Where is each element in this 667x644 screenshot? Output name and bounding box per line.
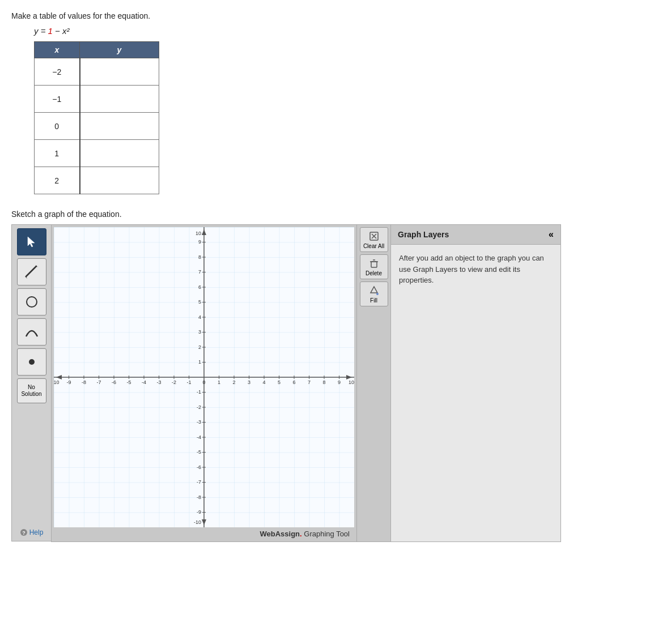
svg-text:-4: -4 [197, 434, 201, 440]
svg-text:10: 10 [349, 379, 354, 385]
y-input-1[interactable] [80, 86, 159, 112]
svg-text:4: 4 [262, 379, 265, 385]
x-value-0: −2 [35, 58, 80, 86]
table-row: −2 [35, 58, 159, 86]
instruction2: Sketch a graph of the equation. [11, 210, 656, 219]
x-value-3: 1 [35, 140, 80, 167]
dot-tool[interactable] [17, 348, 46, 376]
table-row: −1 [35, 86, 159, 113]
clear-all-label: Clear All [363, 243, 384, 249]
graph-grid-svg: 0 -1 -2 -3 -4 -5 -6 -7 -8 -9 -10 [54, 227, 354, 527]
y-input-cell-4[interactable] [80, 167, 159, 194]
graph-row: 0 -1 -2 -3 -4 -5 -6 -7 -8 -9 -10 [51, 224, 561, 542]
y-input-4[interactable] [80, 167, 159, 194]
svg-text:-2: -2 [172, 379, 176, 385]
fill-button[interactable]: Fill [360, 282, 388, 306]
svg-text:9: 9 [338, 379, 341, 385]
values-table: x y −2−1012 [34, 41, 159, 194]
equation-constant: 1 [48, 26, 53, 36]
tool-panel: NoSolution ? Help [11, 224, 51, 541]
svg-text:7: 7 [198, 269, 201, 275]
svg-text:6: 6 [198, 284, 201, 290]
svg-text:3: 3 [248, 379, 250, 385]
svg-text:-7: -7 [96, 379, 101, 385]
y-input-cell-2[interactable] [80, 113, 159, 140]
svg-text:5: 5 [198, 299, 201, 305]
bottom-row: NoSolution ? Help [11, 224, 656, 542]
line-tool[interactable] [17, 258, 46, 285]
delete-button[interactable]: Delete [360, 254, 388, 279]
circle-tool[interactable] [17, 288, 46, 315]
svg-text:4: 4 [198, 314, 201, 320]
svg-text:-5: -5 [197, 449, 201, 455]
pointer-tool[interactable] [17, 228, 46, 255]
no-solution-label: NoSolution [21, 384, 41, 398]
svg-marker-0 [28, 237, 35, 247]
svg-text:-10: -10 [54, 379, 60, 385]
svg-text:6: 6 [292, 379, 295, 385]
values-table-container: x y −2−1012 [34, 41, 159, 194]
col-header-x: x [35, 42, 80, 58]
svg-text:-5: -5 [126, 379, 131, 385]
svg-text:-6: -6 [197, 464, 201, 470]
svg-text:-10: -10 [194, 519, 201, 525]
svg-text:2: 2 [198, 344, 201, 350]
footer-suffix: Graphing Tool [302, 530, 350, 538]
table-row: 0 [35, 113, 159, 140]
svg-text:-9: -9 [66, 379, 71, 385]
fill-label: Fill [370, 297, 377, 304]
instruction1: Make a table of values for the equation. [11, 11, 656, 20]
y-input-cell-1[interactable] [80, 86, 159, 113]
x-value-2: 0 [35, 113, 80, 140]
col-header-y: y [80, 42, 159, 58]
y-input-0[interactable] [80, 58, 159, 85]
delete-label: Delete [366, 270, 382, 276]
svg-text:-2: -2 [197, 404, 201, 410]
y-input-cell-3[interactable] [80, 140, 159, 167]
x-value-4: 2 [35, 167, 80, 194]
svg-text:1: 1 [198, 359, 201, 365]
right-panel: Clear All Delete Fill [357, 224, 391, 542]
collapse-button[interactable]: « [549, 229, 554, 240]
svg-text:-8: -8 [82, 379, 86, 385]
graph-layers-title: Graph Layers [398, 230, 449, 239]
graph-layers-header: Graph Layers « [391, 225, 560, 245]
parabola-tool[interactable] [17, 318, 46, 346]
no-solution-tool[interactable]: NoSolution [17, 378, 46, 403]
svg-text:?: ? [22, 530, 26, 536]
equation-suffix: − x² [53, 26, 70, 36]
graph-layers-content: After you add an object to the graph you… [391, 245, 560, 294]
clear-all-button[interactable]: Clear All [360, 227, 388, 252]
svg-text:5: 5 [278, 379, 281, 385]
svg-point-5 [29, 359, 35, 365]
help-label: Help [29, 528, 44, 536]
y-input-2[interactable] [80, 113, 159, 139]
table-row: 2 [35, 167, 159, 194]
svg-marker-3 [25, 276, 27, 279]
svg-text:-6: -6 [112, 379, 116, 385]
graph-layers-description: After you add an object to the graph you… [399, 254, 544, 284]
svg-text:-4: -4 [142, 379, 146, 385]
svg-text:7: 7 [308, 379, 311, 385]
footer-web: WebAssign [260, 530, 300, 538]
svg-text:-3: -3 [156, 379, 161, 385]
webassign-footer: WebAssign. Graphing Tool [54, 527, 354, 539]
svg-text:10: 10 [196, 231, 201, 236]
svg-text:3: 3 [198, 329, 201, 335]
svg-point-4 [27, 297, 37, 307]
graph-canvas[interactable]: 0 -1 -2 -3 -4 -5 -6 -7 -8 -9 -10 [54, 227, 354, 527]
equation-display: y = 1 − x² [34, 26, 656, 36]
svg-text:-1: -1 [197, 389, 201, 395]
svg-text:-3: -3 [197, 419, 201, 425]
svg-rect-96 [371, 262, 377, 267]
svg-text:9: 9 [198, 239, 201, 245]
table-row: 1 [35, 140, 159, 167]
help-link[interactable]: ? Help [12, 528, 51, 536]
svg-text:1: 1 [218, 379, 220, 385]
graph-container: 0 -1 -2 -3 -4 -5 -6 -7 -8 -9 -10 [51, 224, 561, 542]
svg-text:0: 0 [202, 379, 205, 385]
y-input-3[interactable] [80, 140, 159, 167]
graph-layers-panel: Graph Layers « After you add an object t… [391, 224, 561, 542]
svg-text:8: 8 [198, 254, 201, 260]
y-input-cell-0[interactable] [80, 58, 159, 86]
